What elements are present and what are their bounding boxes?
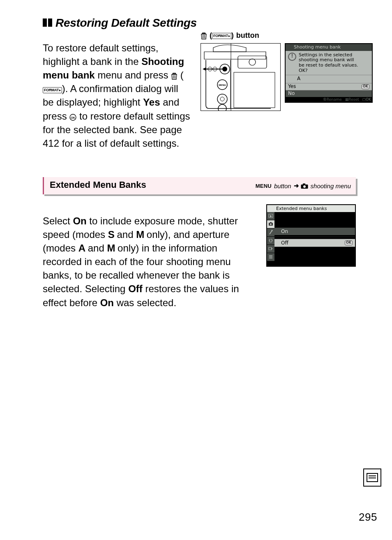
section-heading-restoring: Restoring Default Settings bbox=[43, 16, 356, 30]
trash-icon bbox=[201, 32, 207, 39]
svg-point-23 bbox=[270, 224, 272, 225]
custom-tab-icon bbox=[267, 228, 274, 236]
menu-button-word: button bbox=[274, 182, 291, 189]
svg-marker-20 bbox=[270, 215, 272, 217]
svg-point-4 bbox=[249, 59, 256, 65]
text-fragment: Select bbox=[43, 215, 73, 226]
menu-path: MENU button ➜ shooting menu bbox=[256, 182, 351, 189]
lcd-footer: ⦿Rename ▦Reset ▢OK bbox=[286, 97, 372, 102]
playback-tab-icon bbox=[267, 212, 274, 220]
menu-dest: shooting menu bbox=[311, 182, 351, 189]
lcd-footer-label: OK bbox=[366, 97, 371, 102]
lcd2-icon-strip bbox=[267, 212, 274, 266]
lcd2-title: Extended menu banks bbox=[267, 205, 355, 212]
arrow-icon: ➜ bbox=[294, 182, 298, 189]
ok-icon: OK bbox=[69, 114, 76, 121]
lcd-msg-line: OK? bbox=[299, 68, 358, 74]
mode-a-icon: A bbox=[78, 242, 85, 254]
lcd-reset-dialog: Shooting menu bank ! Settings in the sel… bbox=[285, 43, 373, 103]
setup-tab-icon bbox=[267, 237, 274, 245]
text-bold-off: Off bbox=[128, 283, 143, 294]
camera-diagram: MENU bbox=[201, 43, 281, 111]
warning-icon: ! bbox=[288, 53, 296, 61]
svg-text:OK: OK bbox=[71, 116, 76, 119]
lcd-message: ! Settings in the selected shooting menu… bbox=[286, 51, 372, 75]
shooting-tab-icon bbox=[267, 220, 274, 228]
svg-point-13 bbox=[220, 97, 224, 101]
text-fragment: and bbox=[85, 242, 107, 254]
text-fragment: was selected. bbox=[114, 297, 176, 308]
svg-rect-24 bbox=[272, 230, 273, 231]
svg-rect-25 bbox=[269, 247, 272, 250]
svg-point-18 bbox=[303, 185, 306, 188]
format-icon: FORMAT bbox=[43, 87, 62, 93]
camera-icon bbox=[301, 182, 308, 189]
text-bold-on: On bbox=[73, 215, 86, 226]
trash-icon bbox=[171, 72, 178, 80]
mode-s-icon: S bbox=[108, 229, 114, 240]
svg-rect-3 bbox=[238, 56, 267, 68]
ok-chip-icon: OK bbox=[362, 84, 369, 89]
format-icon: FORMAT bbox=[212, 33, 231, 39]
svg-point-14 bbox=[218, 104, 226, 111]
svg-rect-15 bbox=[234, 72, 275, 108]
section-heading-text: Restoring Default Settings bbox=[55, 16, 197, 30]
menu-label: MENU bbox=[256, 183, 272, 189]
menu-heading-title: Extended Menu Banks bbox=[50, 180, 146, 190]
svg-marker-7 bbox=[203, 67, 206, 71]
ok-chip-icon: OK bbox=[345, 240, 353, 245]
lcd-option-label: Yes bbox=[288, 84, 296, 90]
mode-m-icon: M bbox=[136, 229, 144, 240]
text-bold-yes: Yes bbox=[143, 97, 160, 108]
mymenu-tab-icon bbox=[267, 253, 274, 261]
restoring-body-text: To restore default settings, highlight a… bbox=[43, 41, 191, 150]
mode-m-icon: M bbox=[107, 242, 115, 254]
lcd-option-label: No bbox=[288, 91, 295, 97]
text-bold-on: On bbox=[100, 297, 114, 308]
lcd-title: Shooting menu bank bbox=[286, 44, 372, 51]
lcd-bank-label: A bbox=[286, 75, 372, 83]
menu-heading-bar: Extended Menu Banks MENU button ➜ shooti… bbox=[43, 177, 356, 194]
lcd-extended-menu: Extended menu banks bbox=[266, 204, 356, 267]
lcd-msg-line: be reset to default values. bbox=[299, 63, 358, 68]
page-number: 295 bbox=[359, 511, 377, 524]
lcd-footer-label: Reset bbox=[348, 97, 359, 102]
svg-point-12 bbox=[217, 94, 227, 104]
extended-menu-body-text: Select On to include exposure mode, shut… bbox=[43, 214, 259, 309]
retouch-tab-icon bbox=[267, 245, 274, 253]
button-caption-text: button bbox=[236, 31, 259, 40]
text-fragment: menu and press bbox=[97, 69, 171, 81]
lcd-option-yes: Yes OK bbox=[286, 83, 372, 90]
lcd-footer-label: Rename bbox=[327, 97, 342, 102]
svg-text:MENU: MENU bbox=[219, 84, 226, 86]
lcd2-option-off: Off OK bbox=[274, 239, 355, 247]
heading-marker-icon bbox=[43, 18, 52, 27]
text-fragment: and bbox=[114, 229, 136, 240]
svg-rect-22 bbox=[270, 222, 272, 223]
section-tab-icon bbox=[363, 468, 381, 487]
button-caption: (FORMAT) button bbox=[201, 31, 259, 40]
svg-rect-17 bbox=[303, 183, 305, 185]
lcd2-option-label: Off bbox=[281, 240, 288, 246]
lcd2-option-on: On bbox=[274, 228, 355, 235]
lcd-option-no: No bbox=[286, 90, 372, 97]
